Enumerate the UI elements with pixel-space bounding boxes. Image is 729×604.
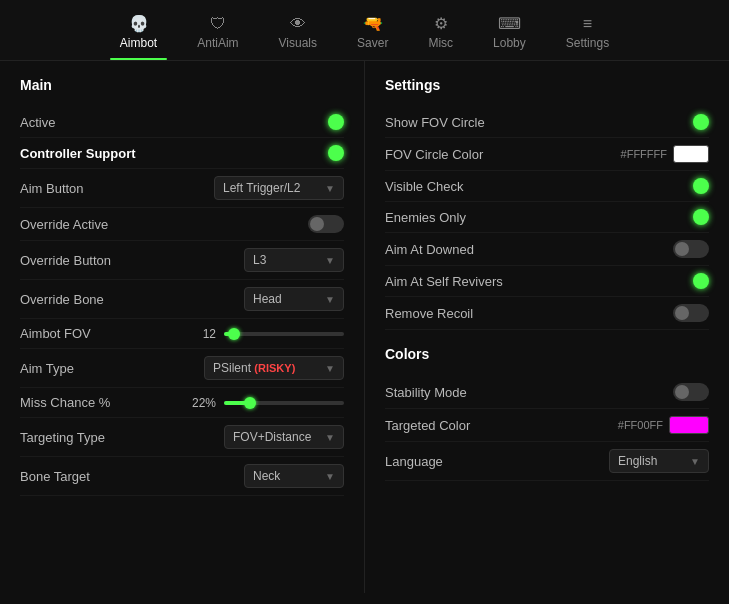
setting-aim-at-downed: Aim At Downed: [385, 233, 709, 266]
aimbot-fov-thumb[interactable]: [228, 328, 240, 340]
left-section-title: Main: [20, 77, 344, 93]
aimbot-fov-value: 12: [186, 327, 216, 341]
label-active: Active: [20, 115, 55, 130]
setting-remove-recoil: Remove Recoil: [385, 297, 709, 330]
gear-icon: ⚙: [434, 16, 448, 32]
label-aim-at-self-revivers: Aim At Self Revivers: [385, 274, 503, 289]
right-panel: Settings Show FOV Circle FOV Circle Colo…: [365, 61, 729, 593]
targeted-color-swatch[interactable]: [669, 416, 709, 434]
nav-lobby[interactable]: ⌨ Lobby: [473, 10, 546, 60]
label-aim-button: Aim Button: [20, 181, 84, 196]
nav-settings[interactable]: ≡ Settings: [546, 10, 629, 60]
aim-at-downed-toggle[interactable]: [673, 240, 709, 258]
aimbot-fov-track[interactable]: [224, 332, 344, 336]
setting-stability-mode: Stability Mode: [385, 376, 709, 409]
nav-saver-label: Saver: [357, 36, 388, 50]
nav-settings-label: Settings: [566, 36, 609, 50]
language-value: English: [618, 454, 657, 468]
chevron-down-icon: ▼: [690, 456, 700, 467]
top-nav: 💀 Aimbot 🛡 AntiAim 👁 Visuals 🔫 Saver ⚙ M…: [0, 0, 729, 61]
miss-chance-slider-container: 22%: [186, 396, 344, 410]
label-show-fov-circle: Show FOV Circle: [385, 115, 485, 130]
right-section2-title: Colors: [385, 346, 709, 362]
setting-aim-button: Aim Button Left Trigger/L2 ▼: [20, 169, 344, 208]
fov-circle-color-swatch[interactable]: [673, 145, 709, 163]
label-enemies-only: Enemies Only: [385, 210, 466, 225]
setting-aim-type: Aim Type PSilent (RISKY) ▼: [20, 349, 344, 388]
remove-recoil-toggle[interactable]: [673, 304, 709, 322]
aimbot-fov-slider-container: 12: [186, 327, 344, 341]
skull-icon: 💀: [129, 16, 149, 32]
chevron-down-icon: ▼: [325, 432, 335, 443]
chevron-down-icon: ▼: [325, 471, 335, 482]
chevron-down-icon: ▼: [325, 294, 335, 305]
stability-mode-toggle[interactable]: [673, 383, 709, 401]
shield-icon: 🛡: [210, 16, 226, 32]
override-bone-dropdown[interactable]: Head ▼: [244, 287, 344, 311]
bone-target-dropdown[interactable]: Neck ▼: [244, 464, 344, 488]
miss-chance-thumb[interactable]: [244, 397, 256, 409]
label-fov-circle-color: FOV Circle Color: [385, 147, 483, 162]
fov-circle-color-value: #FFFFFF: [621, 148, 667, 160]
aim-button-dropdown[interactable]: Left Trigger/L2 ▼: [214, 176, 344, 200]
language-dropdown[interactable]: English ▼: [609, 449, 709, 473]
setting-bone-target: Bone Target Neck ▼: [20, 457, 344, 496]
label-remove-recoil: Remove Recoil: [385, 306, 473, 321]
aim-button-value: Left Trigger/L2: [223, 181, 300, 195]
override-active-toggle[interactable]: [308, 215, 344, 233]
label-visible-check: Visible Check: [385, 179, 464, 194]
nav-aimbot[interactable]: 💀 Aimbot: [100, 10, 177, 60]
label-language: Language: [385, 454, 443, 469]
active-indicator[interactable]: [328, 114, 344, 130]
setting-language: Language English ▼: [385, 442, 709, 481]
override-button-value: L3: [253, 253, 266, 267]
setting-show-fov-circle: Show FOV Circle: [385, 107, 709, 138]
aim-type-dropdown[interactable]: PSilent (RISKY) ▼: [204, 356, 344, 380]
nav-antiaim[interactable]: 🛡 AntiAim: [177, 10, 258, 60]
chevron-down-icon: ▼: [325, 363, 335, 374]
aim-type-value: PSilent (RISKY): [213, 361, 295, 375]
nav-visuals[interactable]: 👁 Visuals: [259, 10, 337, 60]
nav-misc-label: Misc: [428, 36, 453, 50]
targeting-type-value: FOV+Distance: [233, 430, 311, 444]
chevron-down-icon: ▼: [325, 183, 335, 194]
label-override-button: Override Button: [20, 253, 111, 268]
setting-aim-at-self-revivers: Aim At Self Revivers: [385, 266, 709, 297]
eye-icon: 👁: [290, 16, 306, 32]
show-fov-circle-indicator[interactable]: [693, 114, 709, 130]
nav-saver[interactable]: 🔫 Saver: [337, 10, 408, 60]
miss-chance-track[interactable]: [224, 401, 344, 405]
setting-override-button: Override Button L3 ▼: [20, 241, 344, 280]
visible-check-indicator[interactable]: [693, 178, 709, 194]
chevron-down-icon: ▼: [325, 255, 335, 266]
enemies-only-indicator[interactable]: [693, 209, 709, 225]
setting-controller-support: Controller Support: [20, 138, 344, 169]
main-content: Main Active Controller Support Aim Butto…: [0, 61, 729, 593]
setting-fov-circle-color: FOV Circle Color #FFFFFF: [385, 138, 709, 171]
setting-targeting-type: Targeting Type FOV+Distance ▼: [20, 418, 344, 457]
aim-at-self-revivers-indicator[interactable]: [693, 273, 709, 289]
bone-target-value: Neck: [253, 469, 280, 483]
risky-badge: (RISKY): [254, 362, 295, 374]
nav-aimbot-label: Aimbot: [120, 36, 157, 50]
label-stability-mode: Stability Mode: [385, 385, 467, 400]
label-targeted-color: Targeted Color: [385, 418, 470, 433]
setting-targeted-color: Targeted Color #FF00FF: [385, 409, 709, 442]
label-controller-support: Controller Support: [20, 146, 136, 161]
label-targeting-type: Targeting Type: [20, 430, 105, 445]
nav-visuals-label: Visuals: [279, 36, 317, 50]
right-section1-title: Settings: [385, 77, 709, 93]
nav-lobby-label: Lobby: [493, 36, 526, 50]
settings-icon: ≡: [583, 16, 592, 32]
targeting-type-dropdown[interactable]: FOV+Distance ▼: [224, 425, 344, 449]
label-aim-at-downed: Aim At Downed: [385, 242, 474, 257]
gun-icon: 🔫: [363, 16, 383, 32]
targeted-color-value: #FF00FF: [618, 419, 663, 431]
setting-miss-chance: Miss Chance % 22%: [20, 388, 344, 418]
override-bone-value: Head: [253, 292, 282, 306]
override-button-dropdown[interactable]: L3 ▼: [244, 248, 344, 272]
setting-visible-check: Visible Check: [385, 171, 709, 202]
label-bone-target: Bone Target: [20, 469, 90, 484]
controller-support-indicator[interactable]: [328, 145, 344, 161]
nav-misc[interactable]: ⚙ Misc: [408, 10, 473, 60]
